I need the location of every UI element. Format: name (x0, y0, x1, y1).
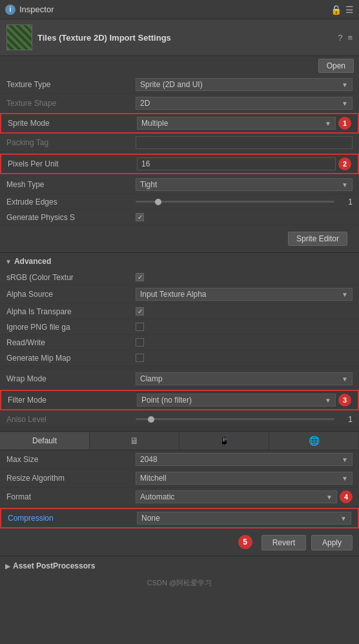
tab-default[interactable]: Default (0, 432, 90, 449)
badge-4: 4 (340, 490, 353, 503)
ignore-png-checkbox[interactable] (136, 323, 144, 331)
chevron-down-icon: ▼ (342, 291, 348, 298)
ignore-png-row: Ignore PNG file ga (0, 319, 359, 335)
menu-icon[interactable]: ☰ (345, 5, 354, 15)
lock-icon[interactable]: 🔒 (331, 5, 342, 15)
format-dropdown[interactable]: Automatic ▼ (136, 490, 337, 503)
sprite-editor-button[interactable]: Sprite Editor (288, 232, 347, 246)
wrap-mode-value: Clamp (140, 374, 163, 383)
chevron-down-icon: ▼ (342, 475, 348, 482)
extrude-edges-value: 1 (340, 197, 353, 206)
triangle-icon: ▶ (5, 563, 10, 570)
generate-physics-label: Generate Physics S (6, 213, 136, 222)
tab-web[interactable]: 🌐 (269, 432, 359, 450)
tab-mobile[interactable]: 📱 (180, 432, 269, 450)
chevron-down-icon: ▼ (342, 181, 348, 188)
compression-value: None (141, 514, 160, 523)
title-actions: ? ≡ (338, 33, 353, 43)
max-size-dropdown[interactable]: 2048 ▼ (136, 453, 353, 466)
header-title: Inspector (19, 5, 331, 14)
mesh-type-label: Mesh Type (6, 180, 136, 189)
asset-title: Tiles (Texture 2D) Import Settings (37, 33, 333, 43)
revert-button[interactable]: Revert (262, 535, 306, 550)
advanced-label: Advanced (14, 257, 51, 266)
badge-1: 1 (338, 117, 351, 130)
alpha-source-dropdown[interactable]: Input Texture Alpha ▼ (136, 288, 353, 301)
generate-physics-checkbox-wrap (136, 213, 144, 221)
chevron-down-icon: ▼ (326, 494, 333, 501)
aniso-value: 1 (340, 415, 353, 424)
sprite-mode-row: Sprite Mode Multiple ▼ 1 (0, 113, 359, 134)
mip-map-row: Generate Mip Map (0, 350, 359, 366)
compression-dropdown[interactable]: None ▼ (137, 512, 351, 525)
packing-tag-row: Packing Tag (0, 134, 359, 152)
sprite-mode-dropdown[interactable]: Multiple ▼ (137, 117, 336, 130)
mobile-icon: 📱 (219, 436, 230, 446)
alpha-source-value: Input Texture Alpha (140, 290, 207, 299)
resize-row: Resize Algorithm Mitchell ▼ (0, 469, 359, 488)
compression-label: Compression (8, 514, 137, 523)
chevron-down-icon: ▼ (342, 100, 348, 107)
chevron-down-icon: ▼ (340, 515, 347, 522)
max-size-label: Max Size (6, 455, 136, 464)
format-value: Automatic (140, 492, 174, 501)
texture-shape-label: Texture Shape (6, 99, 136, 108)
texture-type-dropdown[interactable]: Sprite (2D and UI) ▼ (136, 78, 353, 91)
triangle-icon: ▼ (5, 258, 12, 265)
max-size-value: 2048 (140, 455, 158, 464)
packing-tag-input[interactable] (136, 136, 353, 149)
inspector-icon: i (5, 5, 15, 15)
tab-default-label: Default (32, 436, 57, 445)
filter-mode-label: Filter Mode (8, 396, 137, 405)
header-bar: i Inspector 🔒 ☰ (0, 0, 359, 19)
filter-mode-dropdown[interactable]: Point (no filter) ▼ (137, 394, 336, 407)
badge-3: 3 (338, 394, 351, 407)
texture-shape-row: Texture Shape 2D ▼ (0, 94, 359, 113)
alpha-source-label: Alpha Source (6, 290, 136, 299)
mesh-type-value: Tight (140, 180, 157, 189)
alpha-source-row: Alpha Source Input Texture Alpha ▼ (0, 285, 359, 304)
chevron-down-icon: ▼ (325, 397, 331, 404)
alpha-transparent-checkbox[interactable] (136, 307, 144, 316)
badge-5: 5 (238, 535, 252, 549)
aniso-row: Aniso Level 1 (0, 412, 359, 427)
srgb-checkbox[interactable] (136, 273, 144, 281)
apply-button[interactable]: Apply (311, 535, 353, 550)
srgb-label: sRGB (Color Textur (6, 273, 136, 282)
aniso-slider[interactable] (136, 418, 334, 420)
settings-icon[interactable]: ≡ (347, 33, 353, 43)
header-actions: 🔒 ☰ (331, 5, 354, 15)
chevron-down-icon: ▼ (342, 376, 348, 383)
filter-mode-value: Point (no filter) (141, 396, 192, 405)
extrude-edges-row: Extrude Edges 1 (0, 194, 359, 210)
resize-dropdown[interactable]: Mitchell ▼ (136, 472, 353, 485)
mip-map-label: Generate Mip Map (6, 354, 136, 363)
alpha-transparent-label: Alpha Is Transpare (6, 307, 136, 316)
advanced-section-header[interactable]: ▼ Advanced (0, 253, 359, 270)
mesh-type-row: Mesh Type Tight ▼ (0, 176, 359, 194)
mesh-type-dropdown[interactable]: Tight ▼ (136, 178, 353, 191)
tab-desktop[interactable]: 🖥 (90, 432, 180, 450)
chevron-down-icon: ▼ (342, 81, 348, 88)
texture-thumbnail (6, 25, 32, 50)
pixels-per-unit-input[interactable] (137, 157, 336, 170)
pixels-per-unit-row: Pixels Per Unit 2 (0, 154, 359, 174)
compression-row: Compression None ▼ (0, 508, 359, 528)
help-icon[interactable]: ? (338, 33, 342, 43)
resize-value: Mitchell (140, 474, 167, 483)
pixels-per-unit-label: Pixels Per Unit (8, 159, 137, 168)
asset-postprocessors-section[interactable]: ▶ Asset PostProcessors (0, 556, 359, 576)
format-row: Format Automatic ▼ 4 (0, 488, 359, 507)
generate-physics-checkbox[interactable] (136, 213, 144, 221)
texture-shape-dropdown[interactable]: 2D ▼ (136, 97, 353, 110)
texture-type-row: Texture Type Sprite (2D and UI) ▼ (0, 75, 359, 94)
ignore-png-label: Ignore PNG file ga (6, 323, 136, 332)
wrap-mode-dropdown[interactable]: Clamp ▼ (136, 372, 353, 385)
monitor-icon: 🖥 (130, 436, 139, 446)
extrude-edges-slider[interactable] (136, 201, 334, 203)
mip-map-checkbox[interactable] (136, 354, 144, 362)
chevron-down-icon: ▼ (325, 120, 331, 127)
texture-shape-value: 2D (140, 99, 150, 108)
open-button[interactable]: Open (318, 59, 354, 73)
read-write-checkbox[interactable] (136, 338, 144, 347)
